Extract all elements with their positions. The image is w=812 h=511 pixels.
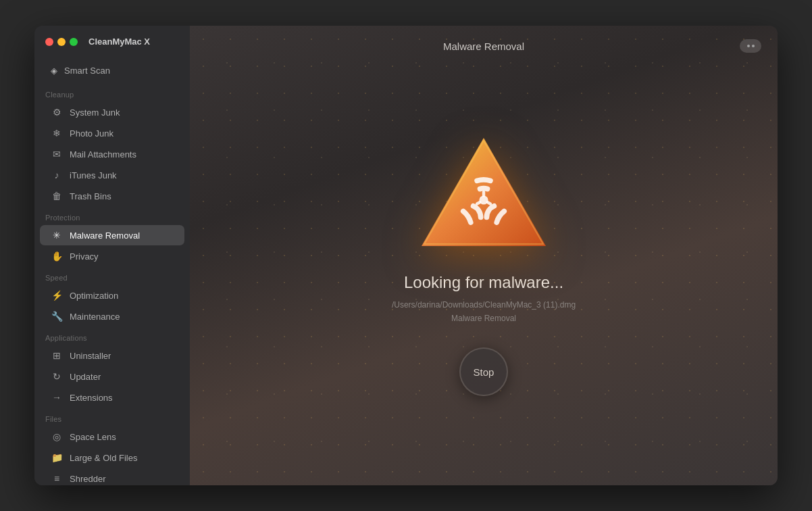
itunes-junk-icon: ♪ [51, 170, 63, 180]
traffic-lights [45, 38, 78, 46]
optimization-icon: ⚡ [51, 290, 63, 301]
sidebar-item-system-junk[interactable]: ⚙ System Junk [40, 102, 184, 122]
sidebar-item-optimization[interactable]: ⚡ Optimization [40, 285, 184, 306]
privacy-icon: ✋ [51, 251, 63, 262]
sidebar-item-extensions[interactable]: → Extensions [40, 387, 184, 408]
photo-junk-icon: ❄ [51, 128, 63, 139]
stop-button[interactable]: Stop [459, 347, 508, 396]
section-label-speed: Speed [34, 267, 190, 285]
main-title: Malware Removal [443, 41, 524, 52]
system-junk-icon: ⚙ [51, 107, 63, 118]
sidebar: CleanMyMac X ◈ Smart Scan Cleanup ⚙ Syst… [34, 26, 190, 485]
close-button[interactable] [45, 38, 53, 46]
maximize-button[interactable] [70, 38, 78, 46]
smart-scan-label: Smart Scan [64, 66, 110, 76]
space-lens-icon: ◎ [51, 431, 63, 442]
section-label-cleanup: Cleanup [34, 84, 190, 101]
sidebar-item-smart-scan[interactable]: ◈ Smart Scan [40, 59, 184, 82]
minimize-button[interactable] [57, 38, 66, 46]
section-label-applications: Applications [34, 327, 190, 345]
sidebar-item-uninstaller[interactable]: ⊞ Uninstaller [40, 345, 184, 366]
smart-scan-icon: ◈ [51, 66, 57, 76]
sidebar-item-maintenance[interactable]: 🔧 Maintenance [40, 306, 184, 326]
section-label-protection: Protection [34, 207, 190, 224]
dot1 [747, 45, 750, 47]
sidebar-item-malware-removal[interactable]: ✳ Malware Removal [40, 225, 184, 245]
sidebar-item-privacy[interactable]: ✋ Privacy [40, 246, 184, 266]
app-window: CleanMyMac X ◈ Smart Scan Cleanup ⚙ Syst… [34, 26, 778, 485]
main-body: Looking for malware... /Users/darina/Dow… [190, 64, 778, 485]
biohazard-triangle [416, 132, 551, 254]
sidebar-item-large-old-files[interactable]: 📁 Large & Old Files [40, 447, 184, 468]
shredder-icon: ≡ [51, 473, 63, 484]
header-actions [740, 39, 761, 53]
main-header: Malware Removal [190, 26, 778, 64]
sidebar-item-trash-bins[interactable]: 🗑 Trash Bins [40, 186, 184, 206]
uninstaller-icon: ⊞ [51, 350, 63, 361]
status-text: Looking for malware... [404, 273, 563, 292]
section-label-files: Files [34, 408, 190, 426]
updater-icon: ↻ [51, 371, 63, 382]
malware-icon [416, 132, 551, 254]
scan-path: /Users/darina/Downloads/CleanMyMac_3 (11… [392, 300, 576, 310]
svg-line-4 [477, 202, 480, 203]
svg-line-5 [488, 202, 490, 203]
app-title: CleanMyMac X [88, 36, 150, 47]
mail-attachments-icon: ✉ [51, 149, 63, 160]
stop-button-label: Stop [474, 366, 494, 378]
trash-bins-icon: 🗑 [51, 191, 63, 201]
malware-removal-icon: ✳ [51, 230, 63, 241]
sidebar-nav: ◈ Smart Scan Cleanup ⚙ System Junk ❄ Pho… [34, 55, 190, 485]
biohazard-svg [416, 132, 551, 254]
sidebar-item-photo-junk[interactable]: ❄ Photo Junk [40, 123, 184, 143]
extensions-icon: → [51, 392, 63, 403]
titlebar: CleanMyMac X [34, 26, 190, 55]
large-old-files-icon: 📁 [51, 452, 63, 463]
sidebar-item-itunes-junk[interactable]: ♪ iTunes Junk [40, 165, 184, 185]
sidebar-item-mail-attachments[interactable]: ✉ Mail Attachments [40, 144, 184, 164]
scan-category: Malware Removal [451, 314, 516, 323]
more-options-button[interactable] [740, 39, 761, 53]
maintenance-icon: 🔧 [51, 311, 63, 322]
sidebar-item-shredder[interactable]: ≡ Shredder [40, 468, 184, 485]
sidebar-item-space-lens[interactable]: ◎ Space Lens [40, 427, 184, 447]
dot2 [752, 45, 755, 47]
sidebar-item-updater[interactable]: ↻ Updater [40, 366, 184, 387]
main-content-area: Malware Removal [190, 26, 778, 485]
